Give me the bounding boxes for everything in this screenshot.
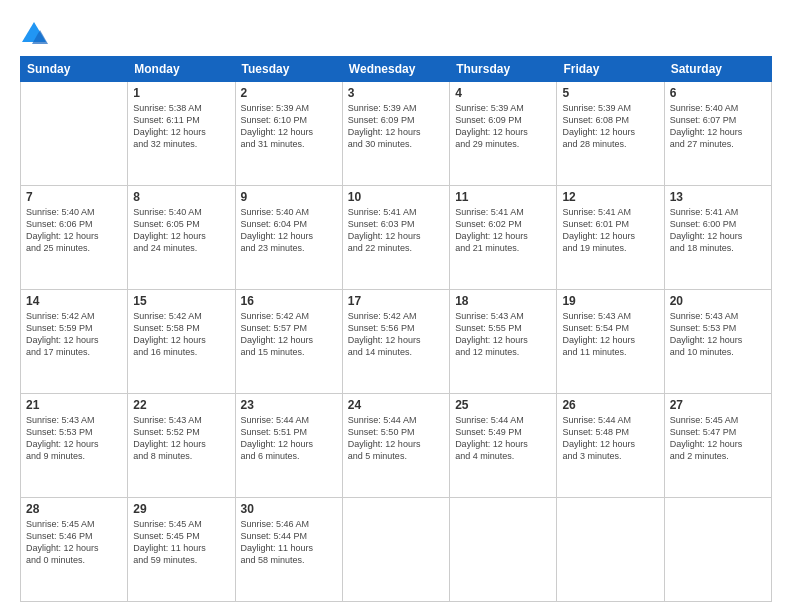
table-row: 13Sunrise: 5:41 AM Sunset: 6:00 PM Dayli… — [664, 186, 771, 290]
day-info: Sunrise: 5:41 AM Sunset: 6:01 PM Dayligh… — [562, 206, 658, 255]
col-sunday: Sunday — [21, 57, 128, 82]
logo — [20, 20, 52, 48]
day-info: Sunrise: 5:38 AM Sunset: 6:11 PM Dayligh… — [133, 102, 229, 151]
table-row: 29Sunrise: 5:45 AM Sunset: 5:45 PM Dayli… — [128, 498, 235, 602]
day-number: 4 — [455, 86, 551, 100]
day-number: 14 — [26, 294, 122, 308]
day-number: 7 — [26, 190, 122, 204]
table-row: 7Sunrise: 5:40 AM Sunset: 6:06 PM Daylig… — [21, 186, 128, 290]
day-number: 3 — [348, 86, 444, 100]
day-info: Sunrise: 5:44 AM Sunset: 5:49 PM Dayligh… — [455, 414, 551, 463]
table-row: 4Sunrise: 5:39 AM Sunset: 6:09 PM Daylig… — [450, 82, 557, 186]
table-row: 15Sunrise: 5:42 AM Sunset: 5:58 PM Dayli… — [128, 290, 235, 394]
table-row: 23Sunrise: 5:44 AM Sunset: 5:51 PM Dayli… — [235, 394, 342, 498]
table-row: 6Sunrise: 5:40 AM Sunset: 6:07 PM Daylig… — [664, 82, 771, 186]
table-row: 25Sunrise: 5:44 AM Sunset: 5:49 PM Dayli… — [450, 394, 557, 498]
day-number: 23 — [241, 398, 337, 412]
day-info: Sunrise: 5:43 AM Sunset: 5:53 PM Dayligh… — [670, 310, 766, 359]
day-number: 18 — [455, 294, 551, 308]
day-number: 13 — [670, 190, 766, 204]
day-info: Sunrise: 5:44 AM Sunset: 5:50 PM Dayligh… — [348, 414, 444, 463]
day-info: Sunrise: 5:40 AM Sunset: 6:06 PM Dayligh… — [26, 206, 122, 255]
table-row: 16Sunrise: 5:42 AM Sunset: 5:57 PM Dayli… — [235, 290, 342, 394]
day-info: Sunrise: 5:44 AM Sunset: 5:48 PM Dayligh… — [562, 414, 658, 463]
day-number: 30 — [241, 502, 337, 516]
col-friday: Friday — [557, 57, 664, 82]
day-number: 29 — [133, 502, 229, 516]
day-info: Sunrise: 5:43 AM Sunset: 5:52 PM Dayligh… — [133, 414, 229, 463]
day-info: Sunrise: 5:41 AM Sunset: 6:03 PM Dayligh… — [348, 206, 444, 255]
day-number: 8 — [133, 190, 229, 204]
col-wednesday: Wednesday — [342, 57, 449, 82]
table-row: 1Sunrise: 5:38 AM Sunset: 6:11 PM Daylig… — [128, 82, 235, 186]
table-row: 14Sunrise: 5:42 AM Sunset: 5:59 PM Dayli… — [21, 290, 128, 394]
day-number: 1 — [133, 86, 229, 100]
table-row: 10Sunrise: 5:41 AM Sunset: 6:03 PM Dayli… — [342, 186, 449, 290]
day-info: Sunrise: 5:45 AM Sunset: 5:47 PM Dayligh… — [670, 414, 766, 463]
header-row: Sunday Monday Tuesday Wednesday Thursday… — [21, 57, 772, 82]
logo-icon — [20, 20, 48, 48]
table-row: 11Sunrise: 5:41 AM Sunset: 6:02 PM Dayli… — [450, 186, 557, 290]
calendar-table: Sunday Monday Tuesday Wednesday Thursday… — [20, 56, 772, 602]
table-row: 17Sunrise: 5:42 AM Sunset: 5:56 PM Dayli… — [342, 290, 449, 394]
table-row — [557, 498, 664, 602]
table-row: 19Sunrise: 5:43 AM Sunset: 5:54 PM Dayli… — [557, 290, 664, 394]
day-number: 9 — [241, 190, 337, 204]
col-monday: Monday — [128, 57, 235, 82]
day-number: 12 — [562, 190, 658, 204]
table-row: 20Sunrise: 5:43 AM Sunset: 5:53 PM Dayli… — [664, 290, 771, 394]
day-info: Sunrise: 5:41 AM Sunset: 6:02 PM Dayligh… — [455, 206, 551, 255]
col-tuesday: Tuesday — [235, 57, 342, 82]
week-row-2: 7Sunrise: 5:40 AM Sunset: 6:06 PM Daylig… — [21, 186, 772, 290]
day-number: 10 — [348, 190, 444, 204]
day-info: Sunrise: 5:43 AM Sunset: 5:54 PM Dayligh… — [562, 310, 658, 359]
day-info: Sunrise: 5:39 AM Sunset: 6:09 PM Dayligh… — [348, 102, 444, 151]
table-row — [664, 498, 771, 602]
week-row-4: 21Sunrise: 5:43 AM Sunset: 5:53 PM Dayli… — [21, 394, 772, 498]
day-number: 25 — [455, 398, 551, 412]
day-number: 21 — [26, 398, 122, 412]
day-info: Sunrise: 5:42 AM Sunset: 5:58 PM Dayligh… — [133, 310, 229, 359]
day-info: Sunrise: 5:40 AM Sunset: 6:07 PM Dayligh… — [670, 102, 766, 151]
day-info: Sunrise: 5:40 AM Sunset: 6:05 PM Dayligh… — [133, 206, 229, 255]
table-row — [342, 498, 449, 602]
day-number: 20 — [670, 294, 766, 308]
day-number: 5 — [562, 86, 658, 100]
day-number: 19 — [562, 294, 658, 308]
table-row — [450, 498, 557, 602]
day-number: 27 — [670, 398, 766, 412]
table-row: 26Sunrise: 5:44 AM Sunset: 5:48 PM Dayli… — [557, 394, 664, 498]
week-row-3: 14Sunrise: 5:42 AM Sunset: 5:59 PM Dayli… — [21, 290, 772, 394]
day-info: Sunrise: 5:46 AM Sunset: 5:44 PM Dayligh… — [241, 518, 337, 567]
day-number: 17 — [348, 294, 444, 308]
day-info: Sunrise: 5:39 AM Sunset: 6:10 PM Dayligh… — [241, 102, 337, 151]
table-row: 3Sunrise: 5:39 AM Sunset: 6:09 PM Daylig… — [342, 82, 449, 186]
table-row: 12Sunrise: 5:41 AM Sunset: 6:01 PM Dayli… — [557, 186, 664, 290]
day-number: 22 — [133, 398, 229, 412]
day-number: 11 — [455, 190, 551, 204]
day-info: Sunrise: 5:43 AM Sunset: 5:53 PM Dayligh… — [26, 414, 122, 463]
day-info: Sunrise: 5:39 AM Sunset: 6:09 PM Dayligh… — [455, 102, 551, 151]
table-row: 9Sunrise: 5:40 AM Sunset: 6:04 PM Daylig… — [235, 186, 342, 290]
day-info: Sunrise: 5:40 AM Sunset: 6:04 PM Dayligh… — [241, 206, 337, 255]
day-number: 15 — [133, 294, 229, 308]
day-info: Sunrise: 5:45 AM Sunset: 5:45 PM Dayligh… — [133, 518, 229, 567]
table-row: 27Sunrise: 5:45 AM Sunset: 5:47 PM Dayli… — [664, 394, 771, 498]
table-row: 28Sunrise: 5:45 AM Sunset: 5:46 PM Dayli… — [21, 498, 128, 602]
day-info: Sunrise: 5:42 AM Sunset: 5:59 PM Dayligh… — [26, 310, 122, 359]
table-row: 18Sunrise: 5:43 AM Sunset: 5:55 PM Dayli… — [450, 290, 557, 394]
day-info: Sunrise: 5:42 AM Sunset: 5:56 PM Dayligh… — [348, 310, 444, 359]
day-number: 24 — [348, 398, 444, 412]
day-info: Sunrise: 5:41 AM Sunset: 6:00 PM Dayligh… — [670, 206, 766, 255]
header — [20, 16, 772, 48]
day-info: Sunrise: 5:42 AM Sunset: 5:57 PM Dayligh… — [241, 310, 337, 359]
day-number: 16 — [241, 294, 337, 308]
table-row: 8Sunrise: 5:40 AM Sunset: 6:05 PM Daylig… — [128, 186, 235, 290]
table-row: 30Sunrise: 5:46 AM Sunset: 5:44 PM Dayli… — [235, 498, 342, 602]
week-row-1: 1Sunrise: 5:38 AM Sunset: 6:11 PM Daylig… — [21, 82, 772, 186]
table-row: 5Sunrise: 5:39 AM Sunset: 6:08 PM Daylig… — [557, 82, 664, 186]
day-number: 26 — [562, 398, 658, 412]
day-number: 2 — [241, 86, 337, 100]
day-info: Sunrise: 5:44 AM Sunset: 5:51 PM Dayligh… — [241, 414, 337, 463]
table-row: 21Sunrise: 5:43 AM Sunset: 5:53 PM Dayli… — [21, 394, 128, 498]
